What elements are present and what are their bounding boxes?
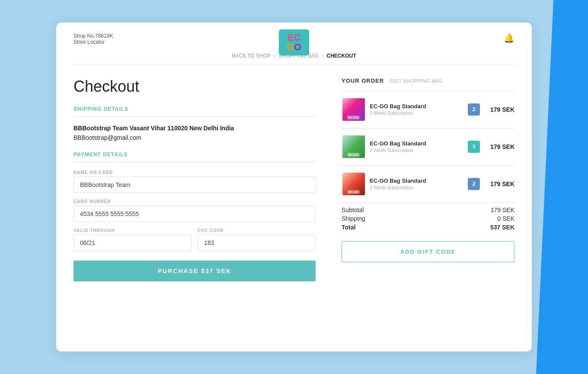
order-item-price-2: 179 SEK: [484, 143, 514, 150]
logo-text: EC GO: [287, 33, 301, 52]
right-column: YOUR ORDER EDIT SHOPPING BAG EC-GO EC-GO…: [342, 77, 514, 281]
order-title: YOUR ORDER: [342, 77, 384, 84]
quantity-badge-3: 2: [468, 178, 480, 190]
card-number-label: CARD NUMBER: [74, 199, 316, 204]
total-label: Total: [342, 224, 355, 231]
quantity-badge-2: 3: [468, 141, 480, 153]
payment-section: PAYMENT DETAILS NAME ON CARD CARD NUMBER…: [74, 152, 316, 281]
shipping-row: Shipping 0 SEK: [342, 215, 514, 222]
subtotal-value: 179 SEK: [491, 206, 514, 213]
logo-g: G: [287, 42, 294, 52]
order-item-info-2: EC-GO Bag Standard 2 Week Subscription: [370, 140, 463, 153]
product-img-visual-2: EC-GO: [342, 135, 365, 158]
order-item-sub-2: 2 Week Subscription: [370, 148, 463, 153]
product-img-visual-1: EC-GO: [342, 98, 365, 121]
order-item-name-2: EC-GO Bag Standard: [370, 140, 463, 147]
order-item: EC-GO EC-GO Bag Standard 1 Week Subscrip…: [342, 97, 514, 121]
shipping-divider: [74, 116, 316, 117]
subtotal-row: Subtotal 179 SEK: [342, 206, 514, 213]
cvc-input[interactable]: [198, 235, 316, 251]
order-divider: [342, 91, 514, 91]
purchase-button[interactable]: PURCHASE $37 SEK: [74, 261, 316, 281]
card-number-input[interactable]: [74, 206, 316, 222]
product-image-1: EC-GO: [342, 97, 365, 121]
order-item-price-3: 179 SEK: [484, 181, 514, 187]
cvc-label: CVC CODE: [198, 228, 316, 233]
inline-fields: VALID THROUGH CVC CODE: [74, 228, 316, 257]
payment-divider: [74, 162, 316, 162]
order-item-info-3: EC-GO Bag Standard 2 Week Subscription: [370, 177, 463, 190]
shipping-email: BBBootstrap@gmail.com: [74, 134, 316, 141]
order-item-name-1: EC-GO Bag Standard: [370, 103, 463, 110]
order-item: EC-GO EC-GO Bag Standard 2 Week Subscrip…: [342, 135, 514, 158]
order-item-sub-3: 2 Week Subscription: [370, 185, 463, 190]
breadcrumb-arrow-2: »: [321, 53, 324, 59]
breadcrumb-arrow-1: »: [273, 53, 276, 59]
logo-box: EC GO: [279, 29, 309, 55]
totals-section: Subtotal 179 SEK Shipping 0 SEK Total 53…: [342, 206, 514, 231]
subtotal-label: Subtotal: [342, 206, 364, 213]
main-card: Shop No.78618K Store Locator EC GO 🔔 BAC…: [56, 23, 532, 351]
total-value: 537 SEK: [490, 224, 514, 231]
header: Shop No.78618K Store Locator EC GO 🔔: [56, 23, 532, 45]
logo: EC GO: [279, 29, 309, 55]
store-locator-link[interactable]: Store Locator: [74, 39, 113, 45]
order-item-divider-2: [342, 165, 514, 166]
shipping-value: 0 SEK: [497, 215, 514, 222]
valid-through-label: VALID THROUGH: [74, 228, 192, 233]
shipping-address: BBBootstrap Team Vasant Vihar 110020 New…: [74, 125, 316, 132]
product-image-2: EC-GO: [342, 135, 365, 158]
total-row: Total 537 SEK: [342, 224, 514, 231]
add-gift-code-button[interactable]: ADD GIFT CODE: [342, 241, 514, 262]
totals-divider: [342, 203, 514, 203]
header-left: Shop No.78618K Store Locator: [74, 33, 113, 45]
name-on-card-field: NAME ON CARD: [74, 170, 316, 199]
order-item-info-1: EC-GO Bag Standard 1 Week Subscription: [370, 103, 463, 116]
order-item-price-1: 179 SEK: [484, 106, 514, 113]
name-on-card-input[interactable]: [74, 177, 316, 193]
cvc-field: CVC CODE: [198, 228, 316, 257]
name-on-card-label: NAME ON CARD: [74, 170, 316, 175]
payment-section-header: PAYMENT DETAILS: [74, 152, 316, 158]
quantity-badge-1: 2: [468, 103, 480, 116]
page-title: Checkout: [74, 77, 316, 96]
bg-accent: [536, 0, 588, 374]
shipping-section-header: SHIPPING DETAILS: [74, 106, 316, 112]
breadcrumb-back-to-shop[interactable]: BACK TO SHOP: [232, 53, 271, 59]
content: Checkout SHIPPING DETAILS BBBootstrap Te…: [56, 64, 532, 299]
order-header: YOUR ORDER EDIT SHOPPING BAG: [342, 77, 514, 84]
valid-through-field: VALID THROUGH: [74, 228, 192, 257]
shipping-label: Shipping: [342, 215, 365, 222]
order-item: EC-GO EC-GO Bag Standard 2 Week Subscrip…: [342, 172, 514, 196]
edit-shopping-bag-link[interactable]: EDIT SHOPPING BAG: [390, 78, 442, 84]
breadcrumb-checkout: CHECKOUT: [327, 53, 356, 59]
valid-through-input[interactable]: [74, 235, 192, 251]
shop-number: Shop No.78618K: [74, 33, 113, 39]
order-item-divider-1: [342, 128, 514, 129]
logo-o: O: [294, 42, 301, 52]
card-number-field: CARD NUMBER: [74, 199, 316, 228]
product-img-visual-3: EC-GO: [342, 173, 365, 195]
order-item-name-3: EC-GO Bag Standard: [370, 177, 463, 184]
left-column: Checkout SHIPPING DETAILS BBBootstrap Te…: [74, 77, 316, 281]
product-image-3: EC-GO: [342, 172, 365, 196]
notification-bell-icon[interactable]: 🔔: [504, 33, 514, 43]
order-item-sub-1: 1 Week Subscription: [370, 110, 463, 116]
